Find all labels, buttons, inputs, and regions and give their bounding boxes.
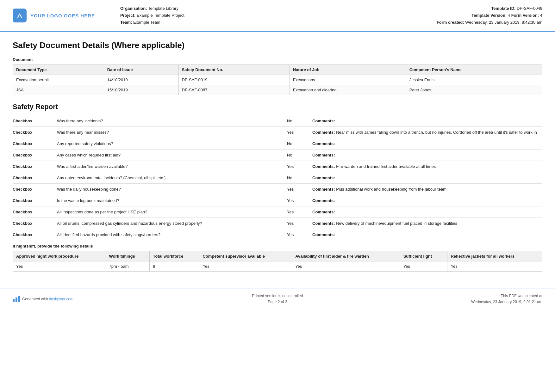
report-rows-container: CheckboxWas there any incidents?NoCommen… [13, 115, 542, 241]
document-section-label: Document [13, 57, 542, 62]
org-value: Template Library [148, 6, 178, 11]
comment-label: Comments: [312, 232, 335, 237]
report-checkbox-label: Checkbox [13, 198, 57, 203]
report-checkbox-label: Checkbox [13, 164, 57, 169]
project-label: Project: [120, 13, 135, 18]
report-comment: Comments: [312, 210, 542, 214]
table-cell: Excavation and clearing [290, 85, 406, 95]
footer-dashpivot-link[interactable]: dashpivot.com [49, 297, 73, 301]
comment-label: Comments: [312, 164, 336, 169]
night-table-header: Approved night work procedure [13, 251, 106, 261]
comment-label: Comments: [312, 119, 335, 123]
org-line: Organisation: Template Library [120, 5, 422, 12]
comment-label: Comments: [312, 187, 336, 192]
document-table: Document TypeDate of IssueSafety Documen… [13, 64, 542, 95]
report-checkbox-label: Checkbox [13, 119, 57, 123]
report-checkbox-label: Checkbox [13, 210, 57, 214]
report-row: CheckboxWas a first aider/fire warden av… [13, 161, 542, 172]
night-table-header: Reflective jackets for all workers [447, 251, 542, 261]
report-answer: No [287, 141, 312, 146]
report-row: CheckboxWas there any near misses?YesCom… [13, 127, 542, 138]
doc-table-header: Document Type [13, 65, 104, 75]
report-row: CheckboxWas there any incidents?NoCommen… [13, 115, 542, 127]
report-answer: Yes [287, 164, 312, 169]
team-line: Team: Example Team [120, 19, 422, 26]
comment-label: Comments: [312, 153, 335, 157]
report-checkbox-label: Checkbox [13, 187, 57, 192]
report-comment: Comments: [312, 198, 542, 203]
comment-label: Comments: [312, 175, 335, 180]
footer-left: Generated with dashpivot.com [13, 296, 108, 302]
report-answer: No [287, 175, 312, 180]
report-checkbox-label: Checkbox [13, 141, 57, 146]
report-row: CheckboxAll inspections done as per the … [13, 206, 542, 218]
table-cell: 8 [150, 261, 199, 272]
night-table-header: Work timings [106, 251, 150, 261]
project-line: Project: Example Template Project [120, 12, 422, 19]
report-question: Is the waste log book maintained? [57, 198, 287, 203]
report-answer: Yes [287, 187, 312, 192]
comment-label: Comments: [312, 198, 335, 203]
table-row: Excavation permit14/10/2019DP-SAF-0019Ex… [13, 75, 542, 85]
night-table-header: Availability of first aider & fire warde… [292, 251, 400, 261]
report-checkbox-label: Checkbox [13, 221, 57, 226]
table-cell: 15/10/2019 [104, 85, 178, 95]
logo-text: YOUR LOGO GOES HERE [30, 13, 95, 18]
safety-report-title: Safety Report [13, 103, 542, 111]
doc-table-header: Date of Issue [104, 65, 178, 75]
report-row: CheckboxIs the waste log book maintained… [13, 195, 542, 206]
doc-table-header: Nature of Job [290, 65, 406, 75]
page-title: Safety Document Details (Where applicabl… [13, 40, 542, 50]
form-version-label: Form Version: [511, 13, 539, 18]
report-answer: Yes [287, 198, 312, 203]
report-row: CheckboxAny reported safety violations?N… [13, 138, 542, 150]
report-checkbox-label: Checkbox [13, 130, 57, 135]
table-row: JSA15/10/2019DP-SAF-0087Excavation and c… [13, 85, 542, 95]
report-row: CheckboxAny cases which required first a… [13, 150, 542, 161]
report-comment: Comments: [312, 119, 542, 123]
main-content: Safety Document Details (Where applicabl… [0, 32, 555, 285]
comment-label: Comments: [312, 130, 336, 135]
project-value: Example Template Project [137, 13, 184, 18]
table-cell: Yes [400, 261, 447, 272]
page-header: YOUR LOGO GOES HERE Organisation: Templa… [0, 0, 555, 32]
report-comment: Comments: [312, 232, 542, 237]
table-cell: Yes [447, 261, 542, 272]
table-cell: DP-SAF-0087 [178, 85, 290, 95]
report-row: CheckboxAll identified hazards provided … [13, 229, 542, 241]
template-id-label: Template ID: [491, 6, 515, 11]
report-checkbox-label: Checkbox [13, 232, 57, 237]
report-answer: Yes [287, 210, 312, 214]
page-footer: Generated with dashpivot.com Printed ver… [0, 289, 555, 309]
table-cell: Excavation permit [13, 75, 104, 85]
template-version-label: Template Version: [471, 13, 507, 18]
logo-section: YOUR LOGO GOES HERE [13, 9, 101, 22]
svg-rect-2 [18, 296, 20, 302]
report-comment: Comments: Fire warden and trained first … [312, 164, 542, 169]
doc-table-header: Safety Document No. [178, 65, 290, 75]
footer-uncontrolled: Printed version is uncontrolled [108, 293, 447, 299]
report-question: All identified hazards provided with saf… [57, 232, 287, 237]
table-cell: Peter Jones [406, 85, 542, 95]
report-question: Any cases which required first aid? [57, 153, 287, 157]
footer-center: Printed version is uncontrolled Page 2 o… [108, 293, 447, 305]
team-label: Team: [120, 20, 132, 25]
footer-page-number: Page 2 of 3 [108, 299, 447, 305]
header-right-info: Template ID: DP-SAF-0049 Template Versio… [422, 5, 542, 26]
report-comment: Comments: Plus additional work and house… [312, 187, 542, 192]
table-cell: Yes [13, 261, 106, 272]
table-cell: DP-SAF-0019 [178, 75, 290, 85]
team-value: Example Team [133, 20, 160, 25]
nightshift-label: If nightshift, provide the following det… [13, 244, 542, 248]
form-created-label: Form created: [437, 20, 464, 25]
footer-created-label: This PDF was created at [447, 293, 542, 299]
template-version-value: 4 [508, 13, 510, 18]
footer-created-value: Wednesday, 23 January 2019, 9:01:21 am [447, 299, 542, 305]
table-cell: Jessica Ennis [406, 75, 542, 85]
report-answer: No [287, 119, 312, 123]
template-id-value: DP-SAF-0049 [517, 6, 542, 11]
report-comment: Comments: [312, 175, 542, 180]
report-checkbox-label: Checkbox [13, 153, 57, 157]
report-question: Was there any incidents? [57, 119, 287, 123]
report-comment: Comments: [312, 141, 542, 146]
